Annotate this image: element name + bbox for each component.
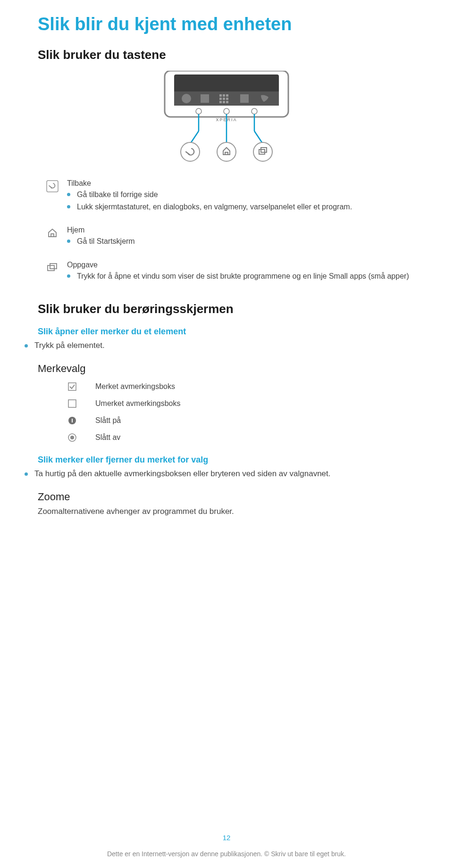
svg-rect-32 [68, 383, 76, 390]
merkevalg-row-off: Slått av [38, 433, 415, 442]
svg-rect-10 [226, 98, 228, 100]
key-task-label: Oppgave [67, 261, 415, 269]
svg-rect-5 [219, 94, 222, 97]
svg-rect-33 [68, 400, 76, 407]
svg-rect-7 [226, 94, 228, 97]
bullet-icon [67, 193, 70, 196]
merkevalg-label-off: Slått av [95, 433, 120, 442]
footer-note: Dette er en Internett-versjon av denne p… [0, 850, 453, 858]
bullet-icon [67, 240, 70, 243]
switch-off-icon [67, 433, 77, 442]
merkevalg-row-on: Slått på [38, 416, 415, 425]
key-back-block: Tilbake Gå tilbake til forrige side Lukk… [38, 179, 415, 214]
zoom-text: Zoomalternativene avhenger av programmet… [38, 507, 415, 516]
svg-rect-30 [48, 265, 54, 271]
section-touchscreen-heading: Slik bruker du berøringsskjermen [38, 302, 415, 316]
svg-rect-31 [50, 264, 57, 269]
open-mark-heading: Slik åpner eller merker du et element [38, 327, 415, 337]
svg-rect-8 [219, 98, 222, 100]
merkevalg-label-on: Slått på [95, 416, 121, 425]
merkevalg-label-unchecked: Umerket avmerkingsboks [95, 399, 181, 408]
svg-point-37 [70, 436, 74, 439]
page-title: Slik blir du kjent med enheten [38, 14, 415, 34]
svg-rect-12 [223, 101, 225, 103]
bullet-icon [25, 344, 28, 347]
key-home-bullet-1: Gå til Startskjerm [77, 236, 415, 247]
task-icon [38, 261, 67, 274]
key-back-bullet-2: Lukk skjermtastaturet, en dialogboks, en… [77, 202, 415, 212]
phone-illustration: XPERIA [38, 71, 415, 165]
key-home-label: Hjem [67, 226, 415, 234]
mark-remove-heading: Slik merker eller fjerner du merket for … [38, 455, 415, 465]
zoom-heading: Zoome [38, 491, 415, 503]
svg-point-24 [181, 142, 200, 161]
merkevalg-label-checked: Merket avmerkingsboks [95, 382, 175, 391]
key-task-bullet-1: Trykk for å åpne et vindu som viser de s… [77, 271, 415, 281]
checkbox-checked-icon [67, 382, 77, 391]
home-icon [38, 226, 67, 239]
svg-rect-13 [226, 101, 228, 103]
svg-line-23 [254, 131, 263, 144]
svg-line-20 [190, 131, 199, 144]
key-back-label: Tilbake [67, 179, 415, 188]
merkevalg-heading: Merkevalg [38, 363, 415, 375]
key-task-block: Oppgave Trykk for å åpne et vindu som vi… [38, 261, 415, 283]
merkevalg-row-checked: Merket avmerkingsboks [38, 382, 415, 391]
svg-rect-11 [219, 101, 222, 103]
key-back-bullet-1: Gå tilbake til forrige side [77, 190, 415, 200]
svg-rect-29 [47, 181, 58, 192]
bullet-icon [25, 472, 28, 476]
svg-point-3 [182, 94, 191, 103]
mark-remove-item: Ta hurtig på den aktuelle avmerkingsboks… [25, 469, 415, 479]
svg-rect-4 [201, 94, 209, 103]
open-mark-item: Trykk på elementet. [25, 340, 415, 351]
key-home-block: Hjem Gå til Startskjerm [38, 226, 415, 248]
svg-rect-9 [223, 98, 225, 100]
svg-rect-14 [240, 94, 249, 103]
mark-remove-bullet: Ta hurtig på den aktuelle avmerkingsboks… [34, 469, 415, 479]
svg-rect-6 [223, 94, 225, 97]
open-mark-bullet: Trykk på elementet. [34, 340, 415, 351]
switch-on-icon [67, 416, 77, 425]
checkbox-unchecked-icon [67, 399, 77, 408]
page-number: 12 [0, 834, 453, 842]
bullet-icon [67, 205, 70, 208]
svg-rect-35 [72, 419, 73, 422]
back-icon [38, 179, 67, 192]
merkevalg-row-unchecked: Umerket avmerkingsboks [38, 399, 415, 408]
section-keys-heading: Slik bruker du tastene [38, 48, 415, 62]
bullet-icon [67, 274, 70, 278]
